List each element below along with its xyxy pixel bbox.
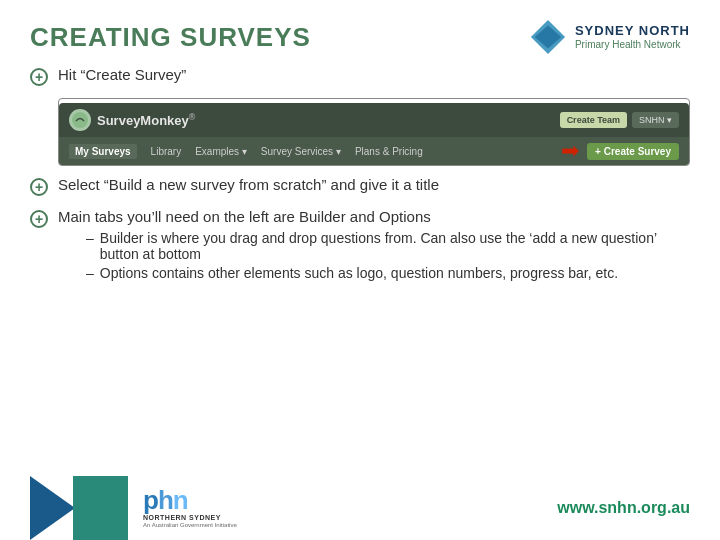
phn-logo-letters: phn xyxy=(143,487,188,513)
phn-sub-text: NORTHERN SYDNEY xyxy=(143,514,221,521)
sub-dash-1: – xyxy=(86,230,94,246)
nav-plans-pricing[interactable]: Plans & Pricing xyxy=(355,146,423,157)
sm-logo-area: SurveyMonkey® xyxy=(69,109,195,131)
page-header: CREATING SURVEYS SYDNEY NORTH Primary He… xyxy=(0,0,720,66)
nav-my-surveys[interactable]: My Surveys xyxy=(69,144,137,159)
logo-diamond-icon xyxy=(529,18,567,56)
footer-left: phn NORTHERN SYDNEY An Australian Govern… xyxy=(30,476,237,540)
bullet-icon-3 xyxy=(30,210,48,228)
page-title: CREATING SURVEYS xyxy=(30,22,311,53)
phn-logo-area: phn NORTHERN SYDNEY An Australian Govern… xyxy=(143,487,237,528)
arrow-container: ➡ xyxy=(561,140,579,162)
blue-triangle-icon xyxy=(30,476,75,540)
create-team-button[interactable]: Create Team xyxy=(560,112,627,128)
sub-bullet-1: – Builder is where you drag and drop que… xyxy=(86,230,690,262)
create-survey-button[interactable]: + Create Survey xyxy=(587,143,679,160)
screenshot-top-bar: SurveyMonkey® Create Team SNHN ▾ xyxy=(59,103,689,137)
bullet-item-2: Select “Build a new survey from scratch”… xyxy=(30,176,690,196)
bullet-icon-2 xyxy=(30,178,48,196)
sub-dash-2: – xyxy=(86,265,94,281)
logo-top-line: SYDNEY NORTH xyxy=(575,23,690,39)
sub-text-2: Options contains other elements such as … xyxy=(100,265,618,281)
bullet-text-2: Select “Build a new survey from scratch”… xyxy=(58,176,439,193)
bullet-icon-1 xyxy=(30,68,48,86)
sm-logo-text: SurveyMonkey® xyxy=(97,112,195,128)
nav-examples[interactable]: Examples ▾ xyxy=(195,146,247,157)
logo-area: SYDNEY NORTH Primary Health Network xyxy=(529,18,690,56)
main-content: Hit “Create Survey” SurveyMonkey® Create… xyxy=(0,66,720,284)
bullet-item-3: Main tabs you’ll need on the left are Bu… xyxy=(30,208,690,284)
sm-right-buttons: Create Team SNHN ▾ xyxy=(560,112,679,128)
teal-block xyxy=(73,476,128,540)
logo-bottom-line: Primary Health Network xyxy=(575,39,690,51)
nav-library[interactable]: Library xyxy=(151,146,182,157)
sm-logo-icon xyxy=(69,109,91,131)
footer-website: www.snhn.org.au xyxy=(557,499,690,517)
snhn-menu-button[interactable]: SNHN ▾ xyxy=(632,112,679,128)
bullet-text-1: Hit “Create Survey” xyxy=(58,66,186,83)
bullet-item-1: Hit “Create Survey” xyxy=(30,66,690,86)
nav-survey-services[interactable]: Survey Services ▾ xyxy=(261,146,341,157)
screenshot-container: SurveyMonkey® Create Team SNHN ▾ My Surv… xyxy=(58,98,690,166)
svg-point-2 xyxy=(72,112,88,128)
nav-right: ➡ + Create Survey xyxy=(561,140,679,162)
nav-left: My Surveys Library Examples ▾ Survey Ser… xyxy=(69,144,423,159)
sub-bullets: – Builder is where you drag and drop que… xyxy=(86,230,690,281)
page-footer: phn NORTHERN SYDNEY An Australian Govern… xyxy=(0,475,720,540)
bullet-text-3: Main tabs you’ll need on the left are Bu… xyxy=(58,208,431,225)
phn-govt-text: An Australian Government Initiative xyxy=(143,522,237,528)
logo-text: SYDNEY NORTH Primary Health Network xyxy=(575,23,690,51)
svg-marker-1 xyxy=(535,26,562,49)
screenshot-nav: My Surveys Library Examples ▾ Survey Ser… xyxy=(59,137,689,165)
sub-text-1: Builder is where you drag and drop quest… xyxy=(100,230,690,262)
sub-bullet-2: – Options contains other elements such a… xyxy=(86,265,690,281)
red-arrow-icon: ➡ xyxy=(561,140,579,162)
